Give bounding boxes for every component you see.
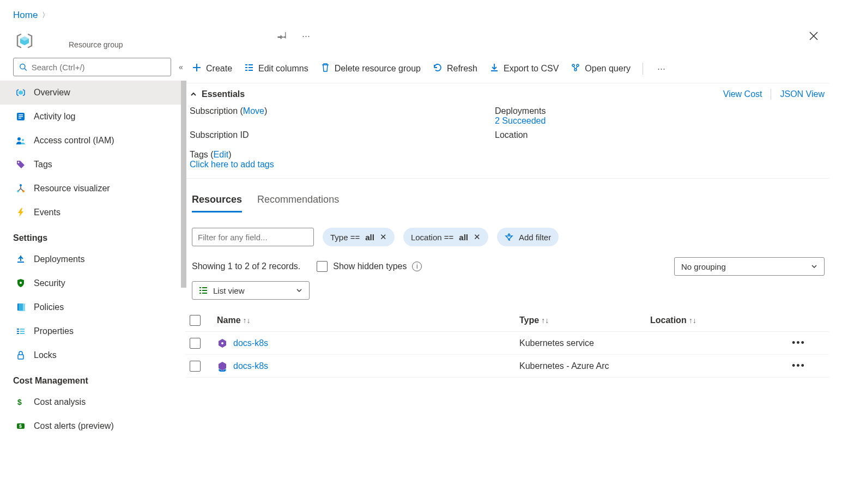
deployments-value[interactable]: 2 Succeeded (495, 116, 546, 125)
scrollbar-thumb[interactable] (181, 81, 186, 288)
column-type[interactable]: Type↑↓ (519, 315, 650, 325)
deployments-field: Deployments 2 Succeeded (495, 106, 825, 126)
sidebar-item-security[interactable]: Security (0, 271, 185, 295)
sidebar-item-policies[interactable]: Policies (0, 295, 185, 319)
records-count: Showing 1 to 2 of 2 records. (192, 262, 300, 271)
export-csv-button[interactable]: Export to CSV (489, 63, 559, 75)
view-select[interactable]: List view (192, 281, 310, 300)
sidebar-item-access-control[interactable]: Access control (IAM) (0, 129, 185, 153)
select-all-checkbox[interactable] (190, 315, 201, 326)
edit-columns-button[interactable]: Edit columns (244, 63, 308, 75)
svg-rect-17 (19, 303, 25, 311)
sidebar-section-cost: Cost Management (13, 376, 185, 386)
add-filter-button[interactable]: Add filter (497, 228, 559, 246)
svg-rect-23 (20, 333, 25, 334)
row-more-icon[interactable]: ••• (792, 337, 825, 349)
subscription-label: Subscription (Move) (190, 106, 473, 126)
sidebar-item-tags[interactable]: Tags (0, 153, 185, 177)
tags-icon (15, 160, 26, 169)
pin-icon[interactable] (276, 29, 289, 42)
columns-icon (244, 63, 254, 75)
view-cost-link[interactable]: View Cost (723, 89, 762, 99)
svg-rect-40 (202, 290, 207, 291)
tab-resources[interactable]: Resources (192, 194, 242, 212)
sidebar-item-activity-log[interactable]: Activity log (0, 105, 185, 129)
toolbar-more-icon[interactable]: ⋯ (655, 62, 668, 75)
cost-alerts-icon: $ (15, 421, 26, 431)
refresh-icon (433, 63, 443, 75)
remove-filter-icon[interactable]: ✕ (474, 232, 481, 242)
row-type: Kubernetes - Azure Arc (519, 361, 650, 371)
svg-point-34 (572, 64, 574, 66)
collapse-sidebar-icon[interactable]: « (179, 63, 183, 71)
sidebar-search[interactable] (13, 58, 171, 76)
chevron-up-icon (190, 90, 197, 98)
delete-resource-group-button[interactable]: Delete resource group (320, 63, 421, 75)
sidebar: « Overview Activity log Access cont (0, 58, 185, 438)
breadcrumb: Home 〉 (0, 0, 842, 26)
svg-rect-41 (199, 293, 201, 294)
resources-table: Name↑↓ Type↑↓ Location↑↓ docs-k8s Kubern… (185, 309, 829, 378)
column-name[interactable]: Name↑↓ (217, 315, 519, 325)
resource-link[interactable]: docs-k8s (233, 338, 268, 348)
sidebar-search-input[interactable] (32, 63, 165, 72)
add-filter-icon (505, 232, 513, 242)
info-icon[interactable]: i (412, 262, 422, 271)
sidebar-item-cost-alerts[interactable]: $ Cost alerts (preview) (0, 414, 185, 438)
filter-pill-type[interactable]: Type == all ✕ (323, 228, 395, 246)
add-tags-link[interactable]: Click here to add tags (190, 160, 274, 169)
filter-input[interactable] (192, 228, 314, 246)
show-hidden-checkbox[interactable] (317, 261, 328, 272)
svg-rect-21 (20, 331, 25, 332)
sidebar-item-properties[interactable]: Properties (0, 319, 185, 343)
svg-rect-33 (249, 70, 253, 71)
search-icon (19, 63, 27, 71)
open-query-button[interactable]: Open query (571, 63, 631, 75)
svg-rect-38 (202, 287, 207, 288)
grouping-select[interactable]: No grouping (674, 257, 825, 276)
list-view-icon (199, 286, 208, 295)
svg-rect-19 (20, 329, 25, 330)
json-view-link[interactable]: JSON View (780, 89, 825, 99)
table-row: docs-k8s Kubernetes service ••• (185, 332, 829, 355)
sidebar-item-overview[interactable]: Overview (0, 81, 185, 105)
remove-filter-icon[interactable]: ✕ (380, 232, 387, 242)
content-pane: Create Edit columns Delete resource grou… (185, 58, 842, 438)
row-more-icon[interactable]: ••• (792, 360, 825, 372)
sidebar-item-deployments[interactable]: Deployments (0, 247, 185, 271)
sidebar-item-events[interactable]: Events (0, 201, 185, 224)
filter-pill-location[interactable]: Location == all ✕ (403, 228, 488, 246)
deployments-icon (15, 254, 26, 264)
policies-icon (15, 302, 26, 312)
kubernetes-arc-icon (217, 361, 228, 372)
sidebar-item-label: Locks (34, 350, 57, 360)
svg-rect-24 (18, 355, 23, 359)
tab-recommendations[interactable]: Recommendations (257, 194, 339, 212)
sidebar-item-locks[interactable]: Locks (0, 343, 185, 367)
sidebar-item-label: Access control (IAM) (34, 136, 114, 145)
row-checkbox[interactable] (190, 338, 201, 349)
breadcrumb-home[interactable]: Home (13, 10, 38, 21)
kubernetes-service-icon (217, 338, 228, 349)
more-icon[interactable]: ⋯ (300, 29, 313, 42)
chevron-down-icon (811, 263, 817, 270)
resource-link[interactable]: docs-k8s (233, 361, 268, 371)
sidebar-item-cost-analysis[interactable]: $ Cost analysis (0, 390, 185, 414)
close-icon[interactable] (807, 29, 820, 42)
column-location[interactable]: Location↑↓ (650, 315, 792, 325)
move-link[interactable]: Move (243, 106, 264, 116)
edit-tags-link[interactable]: Edit (214, 150, 229, 159)
create-button[interactable]: Create (192, 63, 232, 75)
row-checkbox[interactable] (190, 361, 201, 372)
sidebar-item-label: Security (34, 278, 65, 288)
sidebar-item-label: Properties (34, 326, 74, 336)
svg-marker-3 (19, 90, 23, 95)
svg-text:$: $ (17, 398, 22, 406)
refresh-button[interactable]: Refresh (433, 63, 477, 75)
location-label: Location (495, 130, 825, 140)
cost-analysis-icon: $ (15, 397, 26, 407)
row-type: Kubernetes service (519, 338, 650, 348)
sidebar-item-label: Events (34, 208, 60, 217)
sidebar-item-resource-visualizer[interactable]: Resource visualizer (0, 177, 185, 201)
essentials-toggle[interactable]: Essentials (190, 89, 245, 99)
